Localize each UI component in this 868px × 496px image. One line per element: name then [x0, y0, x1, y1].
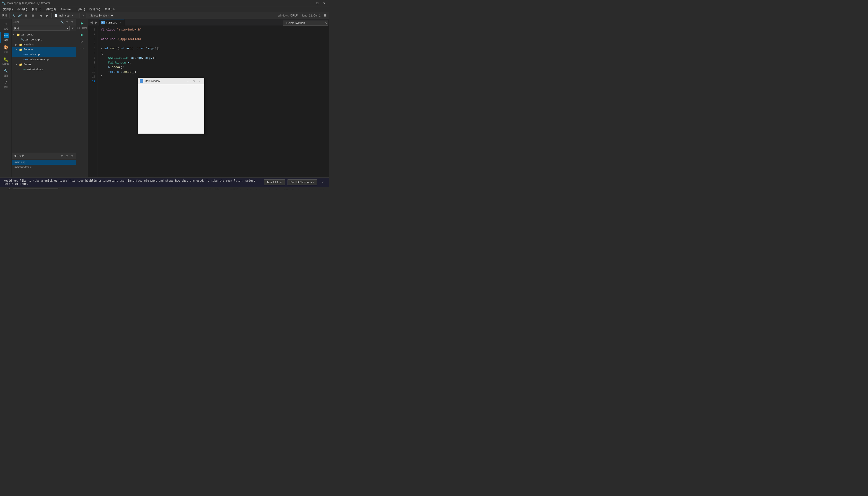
tree-main-cpp[interactable]: ▶ c++ main.cpp: [12, 52, 76, 57]
toolbar-close-btn[interactable]: ⊟: [30, 13, 35, 18]
headers-arrow: ▶: [15, 43, 18, 46]
fold-arrow-5[interactable]: ▼: [101, 47, 103, 51]
project-close-btn[interactable]: ⊟: [69, 20, 74, 25]
close-button[interactable]: ×: [321, 1, 327, 6]
maximize-button[interactable]: □: [314, 1, 321, 6]
bottom-tab-compile-output[interactable]: 4 编译输出: [226, 187, 244, 190]
bottom-tab-qml-debugger[interactable]: 5 QML Debugger Console: [244, 187, 281, 190]
tab-main-cpp[interactable]: C main.cpp ✕: [99, 19, 125, 26]
notification-text: Would you like to take a quick UI tour? …: [4, 179, 261, 186]
test-results-dropdown-icon: ▼: [302, 189, 304, 189]
close-tab-btn[interactable]: ✕: [80, 13, 86, 18]
project-panel-header: 项目 🔧 ⊞ ⊟: [12, 19, 76, 25]
nav-forward-btn[interactable]: ▶: [44, 13, 50, 18]
sidebar-help[interactable]: ? 帮助: [0, 79, 11, 90]
menu-file[interactable]: 文件(F): [1, 6, 15, 12]
do-not-show-button[interactable]: Do Not Show Again: [288, 180, 317, 185]
tree-headers[interactable]: ▶ 📁 Headers: [12, 42, 76, 47]
run-debug-btn[interactable]: ▶: [78, 20, 86, 26]
popup-min-btn[interactable]: −: [185, 79, 190, 83]
symbol-select-editor[interactable]: <Select Symbol>: [283, 20, 328, 26]
tab-close-btn[interactable]: ✕: [119, 21, 122, 25]
notification-close-btn[interactable]: ×: [320, 180, 326, 185]
debug-icon-sidebar: 🐛: [3, 57, 9, 62]
menu-help[interactable]: 帮助(H): [103, 6, 117, 12]
symbol-select[interactable]: <Select Symbol>: [87, 13, 114, 18]
search-icon: 🔍: [8, 188, 12, 189]
project-selector: 项目 ▼: [12, 25, 76, 31]
build-debug-item: ▶: [78, 31, 86, 38]
open-docs-actions: ▼ ⊞ ⊟: [60, 154, 74, 158]
doc-main-cpp[interactable]: main.cpp: [12, 160, 76, 165]
menu-widgets[interactable]: 控件(W): [87, 6, 103, 12]
bottom-search: 🔍: [6, 188, 161, 190]
toolbar-sep-1: [9, 13, 10, 18]
bottom-tab-test-results[interactable]: 8 Test Results ▼: [281, 187, 307, 190]
menu-debug[interactable]: 调试(D): [44, 6, 58, 12]
forms-icon: 📁: [19, 63, 22, 66]
sidebar-debug[interactable]: 🐛 Debug: [0, 55, 11, 67]
tree-pro-file[interactable]: ▶ 🔧 test_demo.pro: [12, 37, 76, 42]
popup-max-btn[interactable]: □: [191, 79, 197, 83]
more-debug-item: ⋯: [78, 45, 86, 51]
menu-build[interactable]: 构建(B): [29, 6, 44, 12]
sidebar-project[interactable]: 🔧 项目: [0, 67, 11, 79]
toolbar-sep-4: [300, 14, 300, 17]
tab-nav-left[interactable]: ◀: [89, 19, 94, 26]
open-docs-dropdown-btn[interactable]: ▼: [60, 154, 64, 158]
toolbar-filter-btn[interactable]: 🔧: [11, 13, 16, 18]
toolbar-link-btn[interactable]: 🔗: [17, 13, 23, 18]
bottom-tab-app-output[interactable]: 3 应用程序输出: [201, 187, 226, 190]
open-docs-title: 打开文档: [14, 154, 25, 158]
take-tour-button[interactable]: Take UI Tour: [264, 180, 285, 185]
bottom-toggle[interactable]: ≡: [0, 187, 6, 190]
code-line-10: return a.exec();: [101, 70, 329, 75]
project-select[interactable]: 项目: [13, 26, 69, 31]
project-filter-btn[interactable]: 🔧: [60, 20, 64, 25]
sidebar-editor[interactable]: ✏ 编辑: [0, 32, 11, 43]
bottom-tab-problems[interactable]: 1 问题: [161, 187, 175, 190]
project-panel: 项目 🔧 ⊞ ⊟ 项目 ▼ ▼ 📁 test_demo ▶ 🔧: [12, 19, 76, 177]
project-sync-btn[interactable]: ⊞: [65, 20, 69, 25]
popup-title: MainWindow: [140, 79, 160, 83]
mainwindow-popup[interactable]: MainWindow − □ ×: [138, 78, 204, 134]
project-icon: 🔧: [3, 68, 9, 74]
editor-tabs: ◀ ▶ C main.cpp ✕ <Select Symbol>: [88, 19, 329, 26]
nav-back-btn[interactable]: ◀: [38, 13, 44, 18]
build-btn[interactable]: ▶: [78, 31, 86, 38]
toolbar-options-btn[interactable]: ☰: [322, 13, 328, 18]
menu-edit[interactable]: 编辑(E): [15, 6, 29, 12]
popup-close-btn[interactable]: ×: [197, 79, 202, 83]
open-docs-close-btn[interactable]: ⊟: [69, 154, 74, 158]
root-arrow: ▼: [13, 33, 15, 36]
open-docs-header: 打开文档 ▼ ⊞ ⊟: [12, 153, 76, 159]
sidebar-welcome[interactable]: ⌂ 欢迎: [0, 20, 11, 32]
tree-mainwindow-cpp[interactable]: ▶ c++ mainwindow.cpp: [12, 57, 76, 62]
root-label: test_demo: [21, 33, 33, 36]
open-docs-split-btn[interactable]: ⊞: [65, 154, 69, 158]
toolbar-split-btn[interactable]: ⊞: [23, 13, 29, 18]
tree-forms[interactable]: ▼ 📁 Forms: [12, 62, 76, 67]
code-editor[interactable]: 1 2 3 4 5 6 7 8 9 10 11 12 #include "mai…: [88, 26, 329, 177]
code-line-5: ▼ int main(int argc, char *argv[]): [101, 46, 329, 51]
editor-icon: ✏: [4, 33, 9, 38]
project-dropdown-btn[interactable]: ▼: [71, 26, 75, 31]
doc-mainwindow-ui[interactable]: mainwindow.ui: [12, 165, 76, 170]
tree-mainwindow-ui[interactable]: ▶ ✏ mainwindow.ui: [12, 67, 76, 72]
tree-sources[interactable]: ▼ 📁 Sources: [12, 47, 76, 52]
tree-root[interactable]: ▼ 📁 test_demo: [12, 32, 76, 37]
more-btn[interactable]: ⋯: [78, 45, 86, 51]
sidebar-design[interactable]: 🎨 设计: [0, 43, 11, 55]
tab-nav-right[interactable]: ▶: [94, 19, 99, 26]
sidebar-icons: ⌂ 欢迎 ✏ 编辑 🎨 设计 🐛 Debug 🔧 项目 ? 帮助: [0, 19, 12, 177]
title-bar-title: 🔧 main.cpp @ test_demo - Qt Creator: [2, 1, 50, 5]
menu-tools[interactable]: 工具(T): [73, 6, 88, 12]
code-content[interactable]: #include "mainwindow.h" #include <QAppli…: [97, 26, 329, 177]
popup-content: [138, 84, 204, 134]
stop-btn[interactable]: ▷: [78, 38, 86, 45]
locate-input[interactable]: [13, 188, 58, 190]
menu-analyze[interactable]: Analyze: [58, 6, 73, 12]
tab-file-icon: C: [101, 21, 105, 25]
bottom-tab-search-results[interactable]: 2 Search Results: [175, 187, 201, 190]
minimize-button[interactable]: −: [307, 1, 314, 6]
